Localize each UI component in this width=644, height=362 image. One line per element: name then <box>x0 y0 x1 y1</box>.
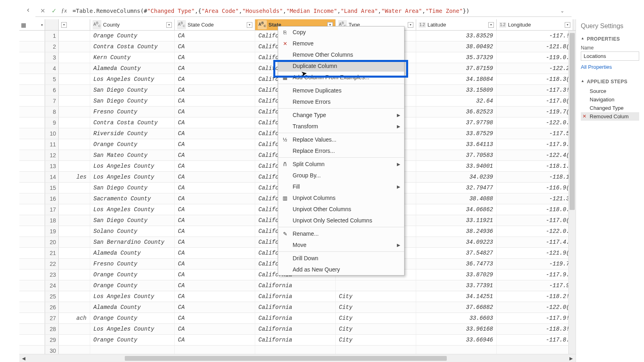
cell[interactable]: -118.1. <box>497 161 573 171</box>
cell[interactable]: 37.87159 <box>416 63 497 74</box>
cell[interactable]: 32.79477 <box>416 183 497 193</box>
cell[interactable]: 36.74773 <box>416 259 497 269</box>
table-row[interactable]: 30 <box>19 346 576 354</box>
cell[interactable]: 33.66946 <box>416 335 497 345</box>
row-number[interactable]: 3 <box>45 52 59 63</box>
menu-item[interactable]: Add as New Query <box>278 264 404 275</box>
cell[interactable]: 37.97798 <box>416 117 497 128</box>
cell[interactable]: -121.3 <box>497 193 573 204</box>
cell[interactable]: Los Angeles County <box>90 291 175 302</box>
expand-formula-icon[interactable]: ⌄ <box>560 8 568 14</box>
cell[interactable]: CA <box>175 183 255 193</box>
cell[interactable] <box>59 291 90 302</box>
cell[interactable]: 33.15809 <box>416 85 497 95</box>
applied-step[interactable]: Source <box>581 87 639 95</box>
filter-dropdown-icon[interactable]: ▾ <box>488 22 494 28</box>
cell[interactable]: 33.94001 <box>416 161 497 171</box>
cell[interactable]: San Diego County <box>90 85 175 95</box>
cell[interactable] <box>59 96 90 106</box>
cell[interactable]: 35.37329 <box>416 52 497 63</box>
menu-item[interactable]: ▦Add Column From Examples... <box>278 72 404 83</box>
cell[interactable]: CA <box>175 85 255 95</box>
query-name-input[interactable]: Locations <box>581 51 639 61</box>
cell[interactable] <box>175 346 255 354</box>
row-number[interactable]: 25 <box>45 291 59 302</box>
cell[interactable]: CA <box>175 248 255 258</box>
cell[interactable]: -117.5 <box>497 128 573 139</box>
cell[interactable] <box>59 63 90 74</box>
row-number[interactable]: 11 <box>45 139 59 150</box>
cell[interactable]: Alameda County <box>90 302 175 313</box>
cell[interactable]: -122.2 <box>497 63 573 74</box>
cell[interactable]: 33.83529 <box>416 31 497 41</box>
cell[interactable]: -117.8. <box>497 335 573 345</box>
cell[interactable]: CA <box>175 193 255 204</box>
menu-item[interactable]: ▥Unpivot Columns <box>278 192 404 204</box>
cell[interactable]: City <box>336 302 416 313</box>
menu-item[interactable]: Replace Errors... <box>278 145 404 156</box>
row-number[interactable]: 27 <box>45 313 59 323</box>
cell[interactable]: -122.0. <box>497 226 573 237</box>
cell[interactable]: CA <box>175 128 255 139</box>
cell[interactable] <box>59 85 90 95</box>
cell[interactable]: ach <box>59 313 90 323</box>
cell[interactable]: CA <box>175 204 255 215</box>
column-header-state-code[interactable]: ABCState Code▾ <box>175 19 255 30</box>
row-number[interactable]: 4 <box>45 63 59 74</box>
cell[interactable]: -117.9. <box>497 269 573 280</box>
row-number[interactable]: 26 <box>45 302 59 313</box>
nav-back-icon[interactable]: ‹ <box>23 5 33 14</box>
cell[interactable]: Los Angeles County <box>90 74 175 84</box>
cell[interactable]: Orange County <box>90 280 175 291</box>
row-number[interactable]: 17 <box>45 204 59 215</box>
cell[interactable]: CA <box>175 161 255 171</box>
cell[interactable] <box>336 346 416 354</box>
fx-icon[interactable]: ƒx <box>61 7 67 14</box>
cell[interactable] <box>59 259 90 269</box>
cell[interactable] <box>497 346 573 354</box>
cell[interactable] <box>59 248 90 258</box>
cell[interactable]: CA <box>175 335 255 345</box>
cell[interactable]: CA <box>175 107 255 117</box>
cell[interactable]: -119.7( <box>497 107 573 117</box>
cell[interactable]: Contra Costa County <box>90 41 175 52</box>
delete-step-icon[interactable]: ✕ <box>582 113 586 119</box>
vertical-scrollbar[interactable] <box>568 31 576 355</box>
cell[interactable]: CA <box>175 139 255 150</box>
cell[interactable]: California <box>255 302 336 313</box>
row-number[interactable]: 12 <box>45 150 59 160</box>
menu-item[interactable]: Drill Down <box>278 253 404 264</box>
cell[interactable]: 34.0239 <box>416 172 497 182</box>
cell[interactable]: 37.70583 <box>416 150 497 160</box>
menu-item[interactable]: ½Replace Values... <box>278 134 404 145</box>
row-number[interactable]: 5 <box>45 74 59 84</box>
cancel-formula-icon[interactable]: ✕ <box>39 7 47 15</box>
cell[interactable]: -118.1 <box>497 172 573 182</box>
cell[interactable]: CA <box>175 215 255 226</box>
menu-item[interactable]: Remove Other Columns <box>278 49 404 60</box>
menu-item[interactable]: ⫚Split Column▶ <box>278 158 404 170</box>
table-row[interactable]: 28Los Angeles CountyCACaliforniaCity33.9… <box>19 324 576 335</box>
cell[interactable]: Los Angeles County <box>90 161 175 171</box>
row-number[interactable]: 10 <box>45 128 59 139</box>
cell[interactable]: -117.4. <box>497 237 573 247</box>
cell[interactable]: CA <box>175 63 255 74</box>
row-number[interactable]: 21 <box>45 248 59 258</box>
cell[interactable]: -117.9 <box>497 280 573 291</box>
cell[interactable]: -118.2! <box>497 291 573 302</box>
applied-step[interactable]: ✕Removed Colum <box>581 112 639 121</box>
filter-dropdown-icon[interactable]: ▾ <box>408 22 413 28</box>
cell[interactable] <box>59 280 90 291</box>
scrollbar-thumb[interactable] <box>570 33 575 210</box>
cell[interactable]: Kern County <box>90 52 175 63</box>
cell[interactable]: Orange County <box>90 335 175 345</box>
cell[interactable]: Sacramento County <box>90 193 175 204</box>
table-row[interactable]: 26Alameda CountyCACaliforniaCity37.66882… <box>19 302 576 313</box>
column-header-county[interactable]: ABCCounty▾ <box>90 19 175 30</box>
menu-item[interactable]: Duplicate Column <box>278 60 404 72</box>
row-number[interactable]: 18 <box>45 215 59 226</box>
row-number[interactable]: 16 <box>45 193 59 204</box>
menu-item[interactable]: ⎘Copy <box>278 27 404 38</box>
cell[interactable]: CA <box>175 313 255 323</box>
cell[interactable] <box>416 346 497 354</box>
